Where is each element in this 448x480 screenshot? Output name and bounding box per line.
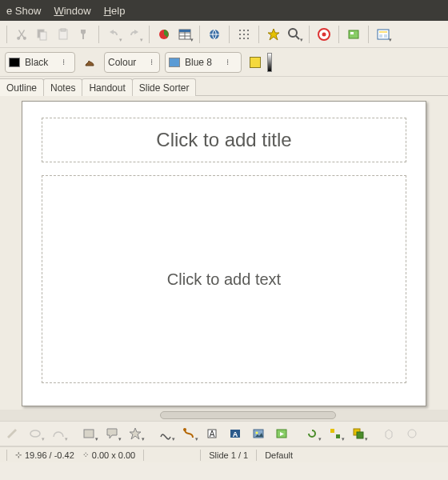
scrollbar-thumb[interactable]: [160, 411, 336, 419]
tab-outline[interactable]: Outline: [0, 78, 44, 96]
svg-rect-29: [379, 34, 382, 38]
extrusion-tool[interactable]: [378, 424, 399, 443]
ellipse-tool[interactable]: ▾: [25, 424, 46, 443]
slide[interactable]: Click to add title Click to add text: [22, 101, 426, 406]
cut-button[interactable]: [12, 25, 31, 44]
menu-help[interactable]: Help: [98, 2, 132, 20]
title-placeholder-text: Click to add title: [156, 129, 291, 151]
svg-rect-33: [84, 430, 94, 438]
line-color-label: Black: [25, 57, 48, 68]
arc-tool[interactable]: ▾: [48, 424, 69, 443]
svg-point-13: [247, 30, 249, 31]
status-cursor-position: ⊹ 19.96 / -0.42: [15, 450, 74, 460]
separator: [148, 425, 153, 442]
navigator-button[interactable]: [264, 25, 283, 44]
separator: [294, 425, 299, 442]
svg-rect-28: [379, 31, 387, 33]
fill-mode-selector[interactable]: Colour ⁞: [104, 52, 160, 73]
undo-button[interactable]: ▾: [104, 25, 123, 44]
paste-button[interactable]: [54, 25, 73, 44]
redo-button[interactable]: ▾: [125, 25, 144, 44]
svg-marker-34: [130, 428, 141, 439]
svg-rect-9: [179, 30, 190, 32]
svg-point-12: [243, 30, 245, 31]
table-button[interactable]: ▾: [175, 25, 194, 44]
svg-point-41: [256, 432, 258, 434]
status-object-size: ⁘ 0.00 x 0.00: [82, 450, 135, 460]
shadow-button[interactable]: [250, 57, 261, 68]
help-button[interactable]: [314, 25, 334, 44]
svg-point-17: [239, 38, 241, 39]
separator: [71, 425, 76, 442]
position-icon: ⊹: [15, 450, 22, 459]
separator: [6, 26, 7, 43]
svg-text:A: A: [210, 430, 215, 438]
star-tool[interactable]: ▾: [125, 424, 146, 443]
rectangle-tool[interactable]: ▾: [78, 424, 99, 443]
tab-handout[interactable]: Handout: [82, 78, 132, 96]
horizontal-scrollbar[interactable]: [0, 410, 448, 421]
line-tool[interactable]: [2, 424, 22, 443]
content-placeholder-text: Click to add text: [167, 270, 281, 289]
menu-slideshow[interactable]: e Show: [0, 2, 47, 20]
svg-rect-45: [336, 434, 340, 438]
view-tabs: Outline Notes Handout Slide Sorter: [0, 77, 448, 96]
interaction-tool[interactable]: [402, 424, 422, 443]
chart-button[interactable]: [154, 25, 174, 44]
separator: [149, 26, 150, 43]
chevron-down-icon: ⁞: [53, 58, 65, 66]
svg-point-11: [239, 30, 241, 31]
content-placeholder[interactable]: Click to add text: [42, 175, 406, 383]
line-color-selector[interactable]: Black ⁞: [5, 52, 75, 73]
svg-point-18: [243, 38, 245, 39]
separator: [98, 26, 99, 43]
slide-layout-button[interactable]: ▾: [374, 25, 393, 44]
callout-tool[interactable]: ▾: [102, 424, 122, 443]
connector-tool[interactable]: ▾: [178, 424, 199, 443]
svg-point-14: [239, 34, 241, 35]
svg-point-48: [408, 430, 416, 438]
fill-color-selector[interactable]: Blue 8 ⁞: [165, 52, 242, 73]
fontwork-tool[interactable]: A: [225, 424, 246, 443]
tab-slide-sorter[interactable]: Slide Sorter: [132, 78, 197, 96]
fill-color-label: Blue 8: [185, 57, 212, 68]
size-icon: ⁘: [82, 450, 89, 459]
tab-notes[interactable]: Notes: [43, 78, 82, 96]
menubar: e Show Window Help: [0, 0, 448, 21]
svg-point-24: [322, 32, 326, 36]
insert-image-tool[interactable]: [248, 424, 269, 443]
area-style-button[interactable]: [80, 53, 99, 72]
svg-point-16: [247, 34, 249, 35]
chevron-down-icon: ⁞: [141, 58, 153, 66]
title-placeholder[interactable]: Click to add title: [42, 118, 406, 162]
copy-button[interactable]: [33, 25, 52, 44]
arrange-tool[interactable]: ▾: [348, 424, 369, 443]
menu-window[interactable]: Window: [47, 2, 97, 20]
separator: [229, 26, 230, 43]
fill-mode-label: Colour: [108, 57, 136, 68]
hyperlink-button[interactable]: [205, 25, 224, 44]
text-tool[interactable]: A: [202, 424, 222, 443]
separator: [256, 450, 257, 461]
line-color-swatch: [9, 58, 20, 67]
svg-point-19: [247, 38, 249, 39]
separator: [338, 26, 339, 43]
line-fill-toolbar: Black ⁞ Colour ⁞ Blue 8 ⁞: [0, 48, 448, 77]
svg-point-15: [243, 34, 245, 35]
format-paintbrush-button[interactable]: [74, 25, 94, 44]
svg-rect-44: [330, 429, 334, 433]
svg-rect-1: [40, 32, 46, 40]
separator: [309, 26, 310, 43]
svg-marker-31: [7, 429, 17, 438]
separator: [368, 26, 369, 43]
align-tool[interactable]: ▾: [325, 424, 346, 443]
rotate-tool[interactable]: ▾: [302, 424, 322, 443]
grid-button[interactable]: [234, 25, 254, 44]
curve-tool[interactable]: ▾: [155, 424, 176, 443]
gradient-indicator: [267, 53, 272, 72]
gallery-button[interactable]: [344, 25, 363, 44]
zoom-button[interactable]: ▾: [285, 25, 304, 44]
svg-rect-3: [61, 29, 66, 31]
insert-movie-tool[interactable]: [271, 424, 292, 443]
separator: [143, 450, 144, 461]
